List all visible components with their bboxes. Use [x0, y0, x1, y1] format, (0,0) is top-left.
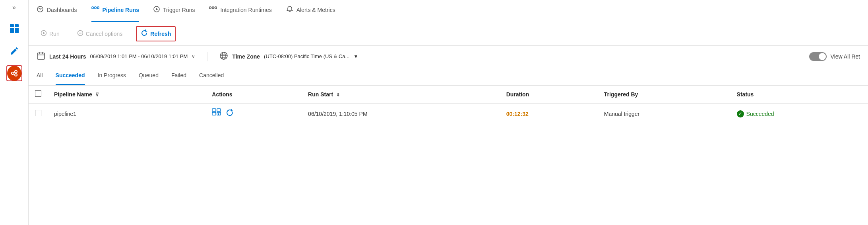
status-tabs: All Succeeded In Progress Queued Failed … — [29, 67, 868, 86]
table-header-triggered-by: Triggered By — [598, 86, 730, 103]
row-run-start: 06/10/2019, 1:10:05 PM — [302, 103, 500, 124]
run-icon — [41, 30, 47, 38]
svg-rect-20 — [215, 7, 217, 9]
row-checkbox[interactable] — [35, 110, 41, 116]
main-content: Dashboards Pipeline Runs Tr — [29, 0, 868, 225]
refresh-icon — [141, 29, 148, 38]
date-filter-value: 06/09/2019 1:01 PM - 06/10/2019 1:01 PM — [90, 53, 188, 59]
toolbar: Run Cancel options Refresh — [29, 22, 868, 46]
row-duration: 00:12:32 — [500, 103, 598, 124]
view-all-toggle[interactable] — [809, 52, 827, 61]
row-triggered-by: Manual trigger — [598, 103, 730, 124]
tab-alerts-metrics-label: Alerts & Metrics — [296, 7, 335, 13]
svg-rect-1 — [15, 24, 19, 27]
svg-rect-12 — [95, 7, 96, 9]
cancel-icon — [77, 30, 83, 38]
status-tab-succeeded[interactable]: Succeeded — [56, 67, 85, 85]
svg-marker-17 — [156, 8, 158, 10]
date-filter-label: Last 24 Hours — [49, 53, 86, 60]
refresh-button-label: Refresh — [150, 31, 171, 37]
table-header-actions: Actions — [205, 86, 302, 103]
dashboards-tab-icon — [37, 6, 44, 14]
svg-rect-18 — [209, 7, 211, 9]
tab-trigger-runs[interactable]: Trigger Runs — [153, 0, 195, 22]
row-status: ✓ Succeeded — [730, 103, 868, 124]
pipeline-sidebar-icon[interactable] — [6, 65, 22, 81]
view-all-group: View All Ret — [809, 52, 860, 61]
table-header-checkbox — [29, 86, 48, 103]
status-tab-cancelled[interactable]: Cancelled — [199, 67, 224, 85]
filter-bar: Last 24 Hours 06/09/2019 1:01 PM - 06/10… — [29, 46, 868, 67]
integration-runtimes-tab-icon — [209, 6, 217, 14]
svg-point-6 — [15, 74, 17, 76]
timezone-group: Time Zone (UTC-08:00) Pacific Time (US &… — [219, 51, 358, 61]
dashboard-sidebar-icon[interactable] — [6, 21, 22, 37]
row-actions — [205, 103, 302, 124]
table-header-run-start: Run Start ⇕ — [302, 86, 500, 103]
action-run-icon[interactable] — [212, 108, 221, 119]
run-button-label: Run — [49, 31, 60, 37]
svg-rect-36 — [212, 109, 216, 112]
svg-rect-2 — [10, 28, 14, 33]
alerts-metrics-tab-icon — [286, 6, 293, 14]
svg-rect-37 — [217, 109, 221, 112]
svg-point-10 — [40, 9, 41, 10]
run-start-sort-icon[interactable]: ⇕ — [336, 92, 340, 97]
svg-point-4 — [12, 72, 14, 74]
status-check-icon: ✓ — [737, 110, 744, 117]
select-all-checkbox[interactable] — [35, 90, 41, 97]
edit-sidebar-icon[interactable] — [6, 43, 22, 59]
svg-marker-24 — [43, 32, 45, 34]
status-tab-queued[interactable]: Queued — [139, 67, 159, 85]
filter-divider — [207, 52, 207, 61]
action-rerun-icon[interactable] — [225, 108, 234, 119]
nav-tabs: Dashboards Pipeline Runs Tr — [29, 0, 868, 22]
svg-rect-27 — [37, 53, 45, 59]
date-filter-chevron[interactable]: ∨ — [192, 54, 195, 59]
tab-pipeline-runs[interactable]: Pipeline Runs — [91, 0, 140, 22]
date-filter-group[interactable]: Last 24 Hours 06/09/2019 1:01 PM - 06/10… — [37, 51, 195, 61]
calendar-icon — [37, 51, 45, 61]
tab-trigger-runs-label: Trigger Runs — [163, 7, 195, 13]
toggle-knob — [819, 53, 826, 60]
svg-rect-38 — [212, 112, 216, 115]
timezone-dropdown-arrow[interactable]: ▼ — [353, 54, 358, 59]
tab-integration-runtimes[interactable]: Integration Runtimes — [209, 0, 271, 22]
trigger-runs-tab-icon — [153, 6, 160, 14]
tab-integration-runtimes-label: Integration Runtimes — [220, 7, 271, 13]
tab-pipeline-runs-label: Pipeline Runs — [103, 7, 140, 13]
svg-rect-3 — [15, 28, 19, 33]
svg-point-5 — [15, 70, 17, 73]
run-button[interactable]: Run — [37, 27, 64, 40]
pipeline-name-filter-icon[interactable]: ⊽ — [95, 92, 99, 98]
status-tab-all[interactable]: All — [37, 67, 43, 85]
timezone-label: Time Zone — [232, 53, 260, 60]
timezone-value: (UTC-08:00) Pacific Time (US & Ca... — [264, 53, 349, 59]
table-header-pipeline-name: Pipeline Name ⊽ — [48, 86, 205, 103]
pipeline-runs-tab-icon — [91, 6, 99, 14]
orange-circle-icon — [7, 66, 21, 81]
tab-dashboards-label: Dashboards — [47, 7, 77, 13]
table-row: pipeline1 — [29, 103, 868, 124]
row-pipeline-name[interactable]: pipeline1 — [48, 103, 205, 124]
view-all-label: View All Ret — [831, 53, 860, 60]
sidebar: » — [0, 0, 29, 225]
sidebar-collapse-icon[interactable]: » — [12, 4, 16, 11]
cancel-button[interactable]: Cancel options — [73, 27, 127, 40]
cancel-button-label: Cancel options — [86, 31, 123, 37]
svg-rect-13 — [97, 7, 99, 9]
status-tab-in-progress[interactable]: In Progress — [98, 67, 126, 85]
action-icons-group — [212, 108, 295, 119]
svg-rect-11 — [92, 7, 93, 9]
status-tab-failed[interactable]: Failed — [171, 67, 186, 85]
table-header-status: Status — [730, 86, 868, 103]
tab-dashboards[interactable]: Dashboards — [37, 0, 77, 22]
row-checkbox-cell — [29, 103, 48, 124]
tab-alerts-metrics[interactable]: Alerts & Metrics — [286, 0, 335, 22]
status-succeeded-badge: ✓ Succeeded — [737, 110, 862, 117]
pipeline-runs-table: Pipeline Name ⊽ Actions Run Start ⇕ Dura… — [29, 86, 868, 225]
svg-rect-0 — [10, 24, 14, 27]
table-header-duration: Duration — [500, 86, 598, 103]
svg-rect-19 — [212, 7, 214, 9]
refresh-button[interactable]: Refresh — [136, 26, 176, 41]
